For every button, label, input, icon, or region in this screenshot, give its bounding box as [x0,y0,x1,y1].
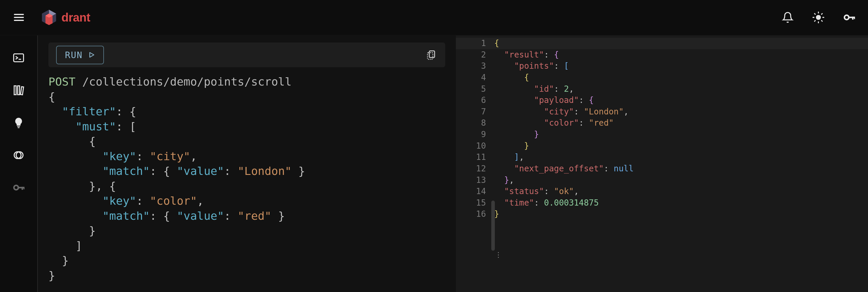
library-icon [13,84,25,96]
sun-icon [812,11,824,23]
sidebar [0,35,38,292]
topbar: drant [0,0,868,35]
run-button[interactable]: RUN [56,46,104,64]
play-icon [88,51,95,58]
svg-line-10 [814,13,815,14]
theme-toggle-button[interactable] [810,9,827,26]
line-number: 11 [456,152,494,163]
request-editor[interactable]: POST /collections/demo/points/scroll { "… [49,74,445,283]
line-number: 9 [456,129,494,140]
sidebar-console[interactable] [10,50,27,66]
line-number: 10 [456,140,494,152]
response-pane: 1{2 "result": {3 "points": [4 {5 "id": 2… [456,35,868,292]
response-line: 8 "color": "red" [456,118,868,129]
response-line: 5 "id": 2, [456,84,868,95]
line-number: 7 [456,106,494,118]
line-number: 5 [456,84,494,95]
response-line: 9 } [456,129,868,140]
response-line: 15 "time": 0.000314875 [456,197,868,209]
svg-rect-24 [21,87,24,95]
svg-rect-30 [18,187,24,189]
sidebar-datasets[interactable] [10,147,27,163]
copy-button[interactable] [425,48,438,61]
svg-rect-18 [852,17,854,20]
svg-rect-22 [14,86,16,95]
response-viewer[interactable]: 1{2 "result": {3 "points": [4 {5 "id": 2… [456,35,868,220]
brand-mark-icon [40,8,58,26]
brand-text: drant [61,11,90,24]
svg-line-14 [814,21,815,21]
svg-rect-25 [17,126,20,127]
line-number: 6 [456,95,494,106]
api-key-button[interactable] [841,9,857,26]
line-number: 12 [456,163,494,174]
svg-line-11 [822,21,822,21]
response-line: 1{ [456,38,868,49]
circles-icon [13,149,25,161]
svg-rect-34 [429,51,435,58]
key-icon [13,182,25,193]
svg-rect-32 [24,187,25,189]
lightbulb-icon [13,117,25,129]
line-number: 3 [456,61,494,72]
run-button-label: RUN [65,50,83,60]
sidebar-tutorial[interactable] [10,115,27,131]
menu-button[interactable] [11,9,27,26]
notifications-button[interactable] [779,9,796,26]
brand-logo[interactable]: drant [40,8,90,26]
svg-marker-33 [90,53,94,57]
sidebar-access[interactable] [10,179,27,196]
line-number: 1 [456,38,494,49]
response-line: 2 "result": { [456,49,868,61]
sidebar-collections[interactable] [10,82,27,99]
hamburger-icon [13,11,25,23]
run-bar: RUN [49,42,445,67]
line-number: 8 [456,118,494,129]
line-number: 14 [456,186,494,197]
svg-rect-19 [854,17,855,19]
response-line: 14 "status": "ok", [456,186,868,197]
line-number: 15 [456,197,494,209]
response-line: 11 ], [456,152,868,163]
line-number: 16 [456,208,494,220]
response-line: 6 "payload": { [456,95,868,106]
response-line: 13 }, [456,174,868,186]
line-number: 13 [456,174,494,186]
response-line: 12 "next_page_offset": null [456,163,868,174]
svg-rect-26 [18,127,20,128]
line-number: 2 [456,49,494,61]
request-pane: RUN POST /collections/demo/points/scroll… [38,35,456,292]
response-line: 10 } [456,140,868,152]
svg-rect-20 [13,54,23,62]
response-line: 7 "city": "London", [456,106,868,118]
svg-line-15 [822,13,822,14]
terminal-icon [13,52,25,64]
svg-point-7 [816,15,820,19]
bell-icon [782,11,794,23]
copy-icon [426,50,436,60]
scrollbar-thumb[interactable] [491,201,495,251]
response-line: 3 "points": [ [456,61,868,72]
svg-rect-23 [18,86,20,95]
svg-rect-17 [848,17,855,18]
svg-rect-35 [428,53,433,60]
topbar-actions [779,9,857,26]
svg-rect-31 [22,187,23,190]
key-icon [843,11,855,23]
response-line: 16} [456,208,868,220]
pane-resize-handle[interactable]: ⋮ [495,251,502,259]
line-number: 4 [456,72,494,84]
response-line: 4 { [456,72,868,84]
